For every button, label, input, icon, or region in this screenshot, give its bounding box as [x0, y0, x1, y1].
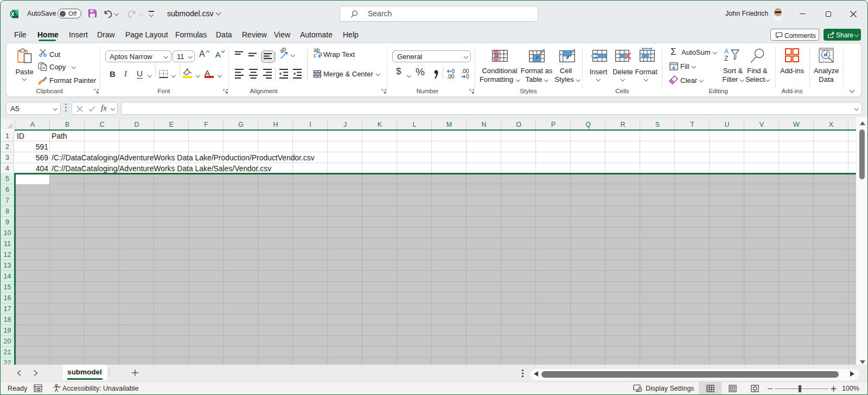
svg-text:.00: .00 [447, 74, 455, 80]
svg-text:?: ? [59, 385, 61, 390]
svg-text:0: 0 [466, 74, 469, 80]
svg-text:A: A [724, 48, 729, 55]
svg-text:Z: Z [724, 55, 728, 62]
